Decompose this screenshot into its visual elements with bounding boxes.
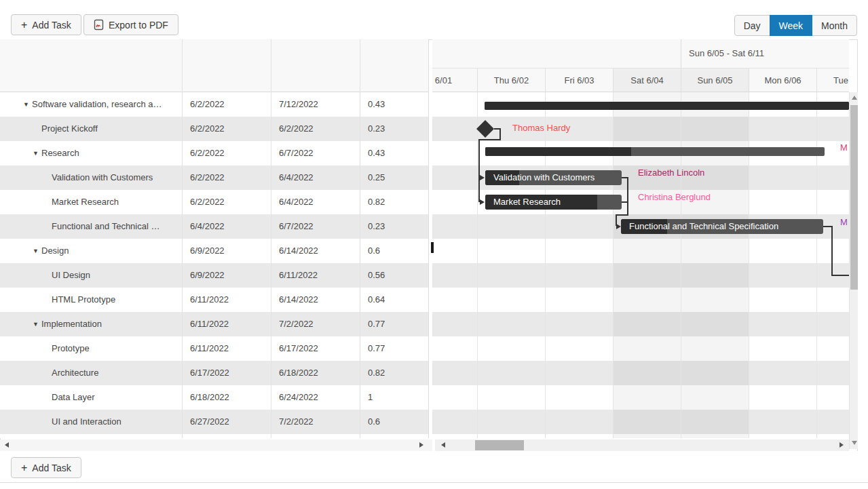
view-button-month[interactable]: Month [812, 15, 857, 36]
task-end-date: 6/14/2022 [279, 239, 359, 263]
task-percent-complete: 0.43 [368, 141, 426, 165]
functional-spec-bar[interactable]: Functional and Technical Specification [621, 219, 823, 234]
task-row[interactable]: HTML Prototype6/11/20226/14/20220.64 [0, 288, 428, 312]
day-gridline [477, 92, 478, 438]
gantt-chart: Validation with CustomersMarket Research… [432, 92, 849, 438]
chart-scrollbar-thumb[interactable] [475, 440, 524, 450]
expander-icon[interactable]: ▼ [33, 141, 39, 165]
task-start-date: 6/17/2022 [190, 361, 270, 385]
timeline-week-row: Sun 6/05 - Sat 6/11 [432, 39, 849, 68]
vertical-scrollbar[interactable] [849, 92, 858, 449]
task-percent-complete: 0.23 [368, 214, 426, 239]
add-task-label: Add Task [32, 20, 71, 31]
market-research-bar[interactable]: Market Research [485, 195, 622, 210]
task-percent-complete: 0.77 [368, 336, 426, 361]
task-start-date: 6/11/2022 [190, 288, 270, 312]
week-range-label: Sun 6/05 - Sat 6/11 [689, 39, 764, 68]
task-row[interactable]: UI Design6/9/20226/11/20220.56 [0, 263, 428, 288]
task-name: Design [41, 239, 182, 263]
task-end-date: 6/11/2022 [279, 263, 359, 288]
task-row[interactable]: Market Research6/2/20226/4/20220.82 [0, 190, 428, 214]
task-name: UI and Interaction [52, 410, 182, 434]
day-header-Sat-6-04: Sat 6/04 [613, 69, 681, 92]
task-percent-complete: 0.6 [368, 410, 426, 434]
task-end-date: 7/2/2022 [279, 312, 359, 336]
day-header-Thu-6-02: Thu 6/02 [477, 69, 545, 92]
task-row[interactable]: Architecture6/17/20226/18/20220.82 [0, 361, 428, 385]
grid-resize-handle[interactable] [431, 242, 434, 253]
day-header-Tue-6-07: Tue 6/07 [816, 69, 849, 92]
assignee-label: M [840, 217, 848, 227]
task-name: Prototype [52, 336, 182, 361]
plus-icon: + [21, 19, 27, 31]
grid-column-border [271, 39, 271, 438]
grid-scroll-left-icon[interactable] [5, 442, 9, 448]
view-switcher: DayWeekMonth [734, 15, 857, 36]
task-name: Functional and Technical … [52, 214, 182, 239]
bar-label: Validation with Customers [485, 170, 622, 185]
validation-bar[interactable]: Validation with Customers [485, 170, 622, 185]
task-percent-complete: 0.6 [368, 239, 426, 263]
task-row[interactable]: Prototype6/11/20226/17/20220.77 [0, 336, 428, 361]
add-task-label: Add Task [32, 463, 71, 473]
add-task-button[interactable]: + Add Task [11, 14, 81, 35]
task-start-date: 6/9/2022 [190, 263, 270, 288]
add-task-button-bottom[interactable]: + Add Task [11, 457, 81, 478]
view-button-day[interactable]: Day [734, 15, 770, 36]
task-row[interactable]: Functional and Technical …6/4/20226/7/20… [0, 214, 428, 239]
export-pdf-button[interactable]: Export to PDF [83, 14, 178, 35]
task-row[interactable] [0, 434, 428, 438]
task-name: Data Layer [52, 385, 182, 410]
task-percent-complete: 0.56 [368, 263, 426, 288]
task-name: Software validation, research a… [32, 92, 182, 117]
grid-horizontal-scrollbar[interactable] [0, 439, 432, 451]
task-row[interactable]: ▼Software validation, research a…6/2/202… [0, 92, 428, 117]
task-end-date: 6/18/2022 [279, 361, 359, 385]
scroll-down-icon[interactable] [852, 441, 857, 445]
task-start-date: 6/9/2022 [190, 239, 270, 263]
expander-icon[interactable]: ▼ [33, 239, 39, 263]
task-row[interactable]: ▼Design6/9/20226/14/20220.6 [0, 239, 428, 263]
bar-label: Market Research [485, 195, 622, 210]
task-end-date: 6/4/2022 [279, 190, 359, 214]
chart-scroll-right-icon[interactable] [839, 442, 844, 448]
task-name: Project Kickoff [41, 117, 182, 141]
task-start-date: 6/11/2022 [190, 312, 270, 336]
grid-column-border [360, 39, 360, 438]
day-gridline [816, 92, 817, 438]
chart-horizontal-scrollbar[interactable] [435, 439, 849, 451]
scroll-up-icon[interactable] [852, 96, 857, 100]
task-row[interactable]: UI and Interaction6/27/20227/2/20220.6 [0, 410, 428, 434]
bar-progress [485, 102, 849, 110]
task-percent-complete: 0.64 [368, 288, 426, 312]
grid-right-border [428, 39, 429, 438]
grid-scroll-right-icon[interactable] [419, 442, 423, 448]
task-name: HTML Prototype [52, 288, 182, 312]
expander-icon[interactable]: ▼ [33, 312, 39, 336]
task-row[interactable]: ▼Research6/2/20226/7/20220.43 [0, 141, 428, 165]
vertical-scrollbar-thumb[interactable] [850, 105, 858, 290]
task-percent-complete: 0.82 [368, 361, 426, 385]
project-summary-bar[interactable] [485, 102, 849, 110]
task-start-date: 6/18/2022 [190, 385, 270, 410]
expander-icon[interactable]: ▼ [23, 92, 29, 117]
task-end-date: 6/14/2022 [279, 288, 359, 312]
task-start-date: 6/2/2022 [190, 117, 270, 141]
day-header-Mon-6-06: Mon 6/06 [749, 69, 816, 92]
grid-header: TaskActual Start DateActual End Date% Co… [0, 39, 428, 92]
task-row[interactable]: Validation with Customers6/2/20226/4/202… [0, 165, 428, 190]
task-percent-complete: 0.82 [368, 190, 426, 214]
day-header-Sun-6-05: Sun 6/05 [681, 69, 749, 92]
task-row[interactable]: Project Kickoff6/2/20226/2/20220.23 [0, 117, 428, 141]
task-start-date: 6/4/2022 [190, 214, 270, 239]
view-button-week[interactable]: Week [770, 15, 813, 36]
task-row[interactable]: Data Layer6/18/20226/24/20221 [0, 385, 428, 410]
grid-column-border [182, 39, 183, 438]
research-summary-bar[interactable] [485, 147, 825, 156]
chart-scroll-left-icon[interactable] [441, 442, 445, 448]
task-row[interactable]: ▼Implementation6/11/20227/2/20220.77 [0, 312, 428, 336]
task-end-date: 7/12/2022 [279, 92, 359, 117]
assignee-label: Thomas Hardy [512, 123, 570, 133]
day-header-6-01: 6/01 [432, 69, 477, 92]
day-header-Fri-6-03: Fri 6/03 [545, 69, 613, 92]
